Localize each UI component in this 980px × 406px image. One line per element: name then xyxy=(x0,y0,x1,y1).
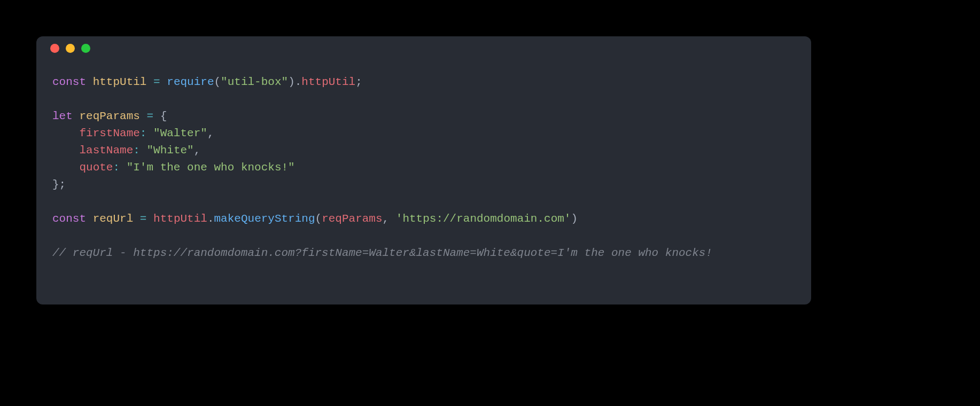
prop-quote: quote xyxy=(79,161,113,174)
method-makeQueryString: makeQueryString xyxy=(214,213,315,225)
str-module: "util-box" xyxy=(221,76,288,88)
var-reqParams: reqParams xyxy=(79,110,139,122)
obj-httpUtil: httpUtil xyxy=(153,213,207,225)
code-line-1: const httpUtil = require("util-box").htt… xyxy=(52,76,362,88)
code-line-5: lastName: "White", xyxy=(52,144,200,157)
kw-let: let xyxy=(52,110,73,122)
code-line-7: }; xyxy=(52,178,66,191)
prop-lastName: lastName xyxy=(79,144,133,157)
minimize-icon[interactable] xyxy=(66,44,75,53)
op-eq: = xyxy=(153,76,160,88)
str-quote: "I'm the one who knocks!" xyxy=(127,161,295,174)
str-white: "White" xyxy=(146,144,193,157)
code-line-6: quote: "I'm the one who knocks!" xyxy=(52,161,295,174)
code-line-3: let reqParams = { xyxy=(52,110,167,122)
code-block: const httpUtil = require("util-box").htt… xyxy=(36,60,811,262)
arg-reqParams: reqParams xyxy=(322,213,382,225)
var-reqUrl: reqUrl xyxy=(93,213,134,225)
str-url: 'https://randomdomain.com' xyxy=(396,213,571,225)
str-walter: "Walter" xyxy=(153,127,207,139)
window-titlebar xyxy=(36,36,811,60)
prop-httpUtil: httpUtil xyxy=(301,76,355,88)
code-window: const httpUtil = require("util-box").htt… xyxy=(36,36,811,304)
comment-result: // reqUrl - https://randomdomain.com?fir… xyxy=(52,247,712,259)
close-icon[interactable] xyxy=(50,44,59,53)
code-line-9: const reqUrl = httpUtil.makeQueryString(… xyxy=(52,213,578,225)
kw-const: const xyxy=(52,76,86,88)
maximize-icon[interactable] xyxy=(81,44,90,53)
code-line-4: firstName: "Walter", xyxy=(52,127,214,139)
code-line-11: // reqUrl - https://randomdomain.com?fir… xyxy=(52,247,712,259)
fn-require: require xyxy=(167,76,214,88)
var-httpUtil: httpUtil xyxy=(93,76,147,88)
prop-firstName: firstName xyxy=(79,127,139,139)
